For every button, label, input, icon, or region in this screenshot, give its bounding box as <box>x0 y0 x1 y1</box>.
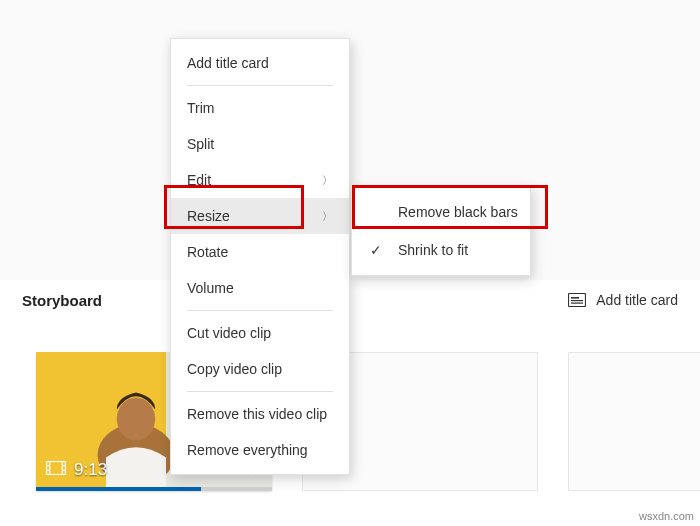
submenu-item-label: Remove black bars <box>398 204 518 220</box>
svg-rect-7 <box>49 462 50 475</box>
svg-rect-1 <box>571 297 579 299</box>
svg-point-5 <box>117 397 155 440</box>
clip-duration-text: 9:13 <box>74 460 107 480</box>
editor-canvas-area <box>0 0 700 280</box>
storyboard-empty-slot[interactable] <box>568 352 700 491</box>
menu-separator <box>187 310 333 311</box>
menu-item-add-title-card[interactable]: Add title card <box>171 45 349 81</box>
menu-item-label: Split <box>187 136 214 152</box>
checkmark-icon: ✓ <box>368 242 384 258</box>
menu-item-cut-clip[interactable]: Cut video clip <box>171 315 349 351</box>
watermark-text: wsxdn.com <box>639 510 694 522</box>
menu-item-volume[interactable]: Volume <box>171 270 349 306</box>
add-title-card-button[interactable]: Add title card <box>568 292 678 308</box>
menu-item-label: Volume <box>187 280 234 296</box>
clip-duration-display: 9:13 <box>46 460 107 480</box>
menu-item-split[interactable]: Split <box>171 126 349 162</box>
svg-rect-11 <box>63 465 66 466</box>
menu-item-label: Rotate <box>187 244 228 260</box>
menu-separator <box>187 85 333 86</box>
title-card-icon <box>568 293 586 307</box>
chevron-right-icon: 〉 <box>322 173 333 188</box>
menu-separator <box>187 391 333 392</box>
menu-item-label: Remove this video clip <box>187 406 327 422</box>
svg-rect-12 <box>63 470 66 471</box>
svg-rect-3 <box>571 303 583 304</box>
menu-item-label: Add title card <box>187 55 269 71</box>
menu-item-remove-clip[interactable]: Remove this video clip <box>171 396 349 432</box>
svg-rect-9 <box>47 465 50 466</box>
clip-context-menu: Add title card Trim Split Edit 〉 Resize … <box>170 38 350 475</box>
add-title-card-label: Add title card <box>596 292 678 308</box>
submenu-item-label: Shrink to fit <box>398 242 468 258</box>
menu-item-label: Edit <box>187 172 211 188</box>
storyboard-heading: Storyboard <box>22 292 102 309</box>
menu-item-trim[interactable]: Trim <box>171 90 349 126</box>
menu-item-label: Cut video clip <box>187 325 271 341</box>
menu-item-label: Trim <box>187 100 214 116</box>
menu-item-copy-clip[interactable]: Copy video clip <box>171 351 349 387</box>
menu-item-label: Copy video clip <box>187 361 282 377</box>
menu-item-rotate[interactable]: Rotate <box>171 234 349 270</box>
submenu-item-remove-black-bars[interactable]: Remove black bars <box>352 193 530 231</box>
menu-item-remove-everything[interactable]: Remove everything <box>171 432 349 468</box>
filmstrip-icon <box>46 460 66 480</box>
chevron-right-icon: 〉 <box>322 209 333 224</box>
svg-rect-2 <box>571 300 583 301</box>
resize-submenu: Remove black bars ✓ Shrink to fit <box>351 186 531 276</box>
svg-rect-10 <box>47 470 50 471</box>
menu-item-label: Resize <box>187 208 230 224</box>
clip-progress-fill <box>36 487 201 491</box>
clip-progress-track <box>36 487 272 491</box>
menu-item-label: Remove everything <box>187 442 308 458</box>
svg-rect-8 <box>62 462 63 475</box>
menu-item-resize[interactable]: Resize 〉 <box>171 198 349 234</box>
menu-item-edit[interactable]: Edit 〉 <box>171 162 349 198</box>
submenu-item-shrink-to-fit[interactable]: ✓ Shrink to fit <box>352 231 530 269</box>
